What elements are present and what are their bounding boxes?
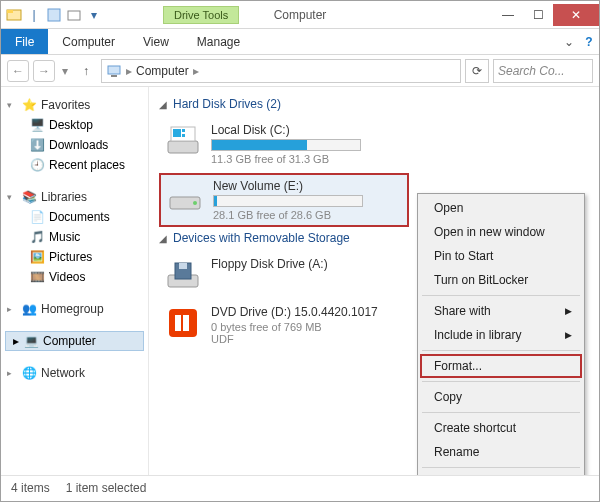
menu-pin-to-start[interactable]: Pin to Start bbox=[420, 244, 582, 268]
drive-floppy-a[interactable]: Floppy Disk Drive (A:) bbox=[159, 253, 409, 297]
chevron-down-icon: ▾ bbox=[7, 100, 17, 110]
menu-share-with[interactable]: Share with▶ bbox=[420, 299, 582, 323]
svg-rect-6 bbox=[168, 141, 198, 153]
chevron-down-icon: ▾ bbox=[7, 192, 17, 202]
usage-bar bbox=[213, 195, 363, 207]
nav-item-downloads[interactable]: ⬇️Downloads bbox=[5, 135, 144, 155]
maximize-button[interactable]: ☐ bbox=[523, 4, 553, 26]
help-icon[interactable]: ? bbox=[579, 29, 599, 54]
usage-bar bbox=[211, 139, 361, 151]
drive-info: Local Disk (C:) 11.3 GB free of 31.3 GB bbox=[211, 123, 403, 165]
chevron-right-icon: ▸ bbox=[7, 368, 17, 378]
libraries-icon: 📚 bbox=[21, 189, 37, 205]
qat-sep-icon: | bbox=[25, 6, 43, 24]
drive-filesystem: UDF bbox=[211, 333, 403, 345]
svg-rect-15 bbox=[179, 263, 187, 269]
chevron-down-icon: ◢ bbox=[159, 233, 167, 244]
breadcrumb-computer[interactable]: Computer bbox=[136, 64, 189, 78]
minimize-button[interactable]: — bbox=[493, 4, 523, 26]
breadcrumb-sep-icon: ▸ bbox=[193, 64, 199, 78]
drive-info: New Volume (E:) 28.1 GB free of 28.6 GB bbox=[213, 179, 401, 221]
nav-header-homegroup[interactable]: ▸ 👥 Homegroup bbox=[5, 299, 144, 319]
submenu-arrow-icon: ▶ bbox=[565, 330, 572, 340]
content-pane: ◢ Hard Disk Drives (2) Local Disk (C:) 1… bbox=[149, 87, 599, 475]
nav-header-libraries[interactable]: ▾ 📚 Libraries bbox=[5, 187, 144, 207]
drive-info: Floppy Disk Drive (A:) bbox=[211, 257, 403, 293]
contextual-tab-label: Drive Tools bbox=[163, 6, 239, 24]
nav-header-network[interactable]: ▸ 🌐 Network bbox=[5, 363, 144, 383]
menu-open[interactable]: Open bbox=[420, 196, 582, 220]
submenu-arrow-icon: ▶ bbox=[565, 306, 572, 316]
nav-item-desktop[interactable]: 🖥️Desktop bbox=[5, 115, 144, 135]
drive-new-volume-e[interactable]: New Volume (E:) 28.1 GB free of 28.6 GB bbox=[159, 173, 409, 227]
star-icon: ⭐ bbox=[21, 97, 37, 113]
drive-dvd-d[interactable]: DVD Drive (D:) 15.0.4420.1017 0 bytes fr… bbox=[159, 301, 409, 349]
window-title: Computer bbox=[274, 8, 327, 22]
status-item-count: 4 items bbox=[11, 481, 50, 495]
menu-format[interactable]: Format... bbox=[420, 354, 582, 378]
status-selected-count: 1 item selected bbox=[66, 481, 147, 495]
homegroup-icon: 👥 bbox=[21, 301, 37, 317]
nav-item-videos[interactable]: 🎞️Videos bbox=[5, 267, 144, 287]
nav-header-favorites[interactable]: ▾ ⭐ Favorites bbox=[5, 95, 144, 115]
drive-info: DVD Drive (D:) 15.0.4420.1017 0 bytes fr… bbox=[211, 305, 403, 345]
up-button[interactable]: ↑ bbox=[75, 60, 97, 82]
history-dropdown-icon[interactable]: ▾ bbox=[59, 64, 71, 78]
svg-rect-5 bbox=[111, 75, 117, 77]
drive-free-text: 0 bytes free of 769 MB bbox=[211, 321, 403, 333]
drive-local-c[interactable]: Local Disk (C:) 11.3 GB free of 31.3 GB bbox=[159, 119, 409, 169]
expand-ribbon-icon[interactable]: ⌄ bbox=[559, 29, 579, 54]
network-icon: 🌐 bbox=[21, 365, 37, 381]
nav-item-computer[interactable]: ▸ 💻 Computer bbox=[5, 331, 144, 351]
menu-properties[interactable]: Properties bbox=[420, 471, 582, 475]
floppy-drive-icon bbox=[165, 257, 201, 293]
menu-create-shortcut[interactable]: Create shortcut bbox=[420, 416, 582, 440]
nav-item-documents[interactable]: 📄Documents bbox=[5, 207, 144, 227]
nav-group-homegroup: ▸ 👥 Homegroup bbox=[5, 299, 144, 319]
menu-include-in-library[interactable]: Include in library▶ bbox=[420, 323, 582, 347]
menu-separator bbox=[422, 467, 580, 468]
breadcrumb-sep-icon: ▸ bbox=[126, 64, 132, 78]
forward-button[interactable]: → bbox=[33, 60, 55, 82]
section-hard-disk-drives[interactable]: ◢ Hard Disk Drives (2) bbox=[159, 97, 589, 111]
hard-drive-icon bbox=[167, 179, 203, 215]
videos-icon: 🎞️ bbox=[29, 269, 45, 285]
search-input[interactable]: Search Co... bbox=[493, 59, 593, 83]
nav-item-recent[interactable]: 🕘Recent places bbox=[5, 155, 144, 175]
menu-separator bbox=[422, 295, 580, 296]
properties-icon[interactable] bbox=[45, 6, 63, 24]
tab-view[interactable]: View bbox=[129, 29, 183, 54]
drive-name: Floppy Disk Drive (A:) bbox=[211, 257, 403, 271]
menu-separator bbox=[422, 350, 580, 351]
back-button[interactable]: ← bbox=[7, 60, 29, 82]
drive-name: Local Disk (C:) bbox=[211, 123, 403, 137]
menu-rename[interactable]: Rename bbox=[420, 440, 582, 464]
drive-name: New Volume (E:) bbox=[213, 179, 401, 193]
menu-bitlocker[interactable]: Turn on BitLocker bbox=[420, 268, 582, 292]
tab-computer[interactable]: Computer bbox=[48, 29, 129, 54]
svg-rect-17 bbox=[175, 315, 181, 331]
refresh-button[interactable]: ⟳ bbox=[465, 59, 489, 83]
menu-separator bbox=[422, 381, 580, 382]
tab-file[interactable]: File bbox=[1, 29, 48, 54]
svg-rect-10 bbox=[182, 134, 185, 137]
quick-access-toolbar: | ▾ bbox=[1, 6, 103, 24]
recent-icon: 🕘 bbox=[29, 157, 45, 173]
ribbon-tabs: File Computer View Manage ⌄ ? bbox=[1, 29, 599, 55]
menu-open-new-window[interactable]: Open in new window bbox=[420, 220, 582, 244]
desktop-icon: 🖥️ bbox=[29, 117, 45, 133]
nav-item-pictures[interactable]: 🖼️Pictures bbox=[5, 247, 144, 267]
tab-manage[interactable]: Manage bbox=[183, 29, 254, 54]
breadcrumb[interactable]: ▸ Computer ▸ bbox=[101, 59, 461, 83]
nav-item-music[interactable]: 🎵Music bbox=[5, 227, 144, 247]
computer-icon bbox=[106, 63, 122, 79]
close-button[interactable]: ✕ bbox=[553, 4, 599, 26]
menu-copy[interactable]: Copy bbox=[420, 385, 582, 409]
new-folder-icon[interactable] bbox=[65, 6, 83, 24]
svg-point-12 bbox=[193, 201, 197, 205]
hard-drive-icon bbox=[165, 123, 201, 159]
svg-rect-3 bbox=[68, 11, 80, 20]
status-bar: 4 items 1 item selected bbox=[1, 475, 599, 499]
qat-dropdown-icon[interactable]: ▾ bbox=[85, 6, 103, 24]
pictures-icon: 🖼️ bbox=[29, 249, 45, 265]
